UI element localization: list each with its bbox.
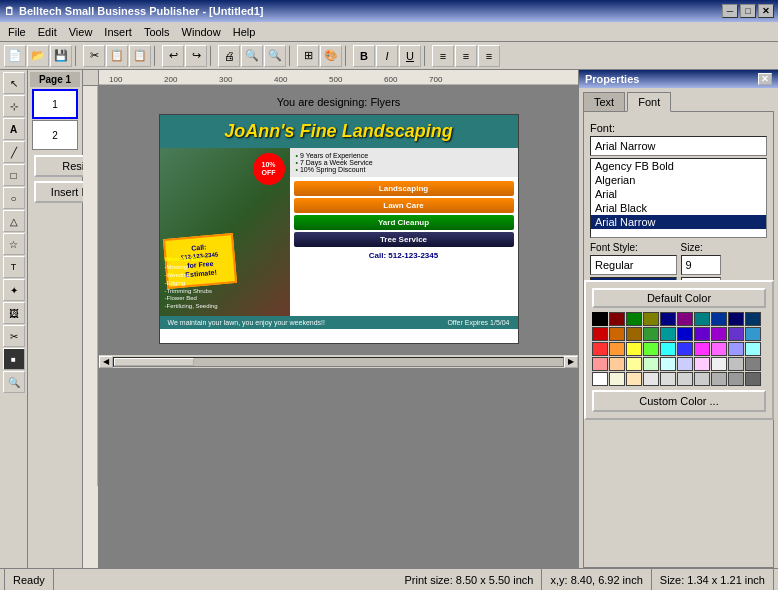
scroll-left-btn[interactable]: ◀ bbox=[99, 356, 113, 368]
font-size-input[interactable] bbox=[681, 255, 721, 275]
custom-color-button[interactable]: Custom Color ... bbox=[592, 390, 766, 412]
image-tool[interactable]: 🖼 bbox=[3, 302, 25, 324]
flyer[interactable]: JoAnn's Fine Landscaping 10% OFF Call bbox=[159, 114, 519, 344]
color-ltcyan2[interactable] bbox=[660, 357, 676, 371]
font-list[interactable]: Agency FB Bold Algerian Arial Arial Blac… bbox=[590, 158, 767, 238]
font-style-input[interactable] bbox=[590, 255, 677, 275]
crop-tool[interactable]: ✂ bbox=[3, 325, 25, 347]
bold-button[interactable]: B bbox=[353, 45, 375, 67]
align-left-button[interactable]: ≡ bbox=[432, 45, 454, 67]
canvas-scroll[interactable]: You are designing: Flyers JoAnn's Fine L… bbox=[99, 86, 578, 568]
color-gainsboro[interactable] bbox=[660, 372, 676, 386]
underline-button[interactable]: U bbox=[399, 45, 421, 67]
color-olive[interactable] bbox=[643, 312, 659, 326]
align-right-button[interactable]: ≡ bbox=[478, 45, 500, 67]
rect-tool[interactable]: □ bbox=[3, 164, 25, 186]
horizontal-scrollbar[interactable]: ◀ ▶ bbox=[99, 354, 578, 368]
color-cerulean[interactable] bbox=[745, 327, 761, 341]
color-pink[interactable] bbox=[711, 342, 727, 356]
zoom-tool[interactable]: 🔍 bbox=[3, 371, 25, 393]
color-magenta[interactable] bbox=[694, 342, 710, 356]
color-navy[interactable] bbox=[660, 312, 676, 326]
color-purple2[interactable] bbox=[728, 327, 744, 341]
color-blue2[interactable] bbox=[677, 342, 693, 356]
color-yellow[interactable] bbox=[626, 342, 642, 356]
tab-font[interactable]: Font bbox=[627, 92, 671, 112]
scroll-right-btn[interactable]: ▶ bbox=[564, 356, 578, 368]
color-cyan2[interactable] bbox=[660, 327, 676, 341]
color-gray2[interactable] bbox=[694, 372, 710, 386]
color-peach[interactable] bbox=[609, 357, 625, 371]
color-salmon[interactable] bbox=[592, 357, 608, 371]
color-ltgray3[interactable] bbox=[677, 372, 693, 386]
redo-button[interactable]: ↪ bbox=[185, 45, 207, 67]
menu-view[interactable]: View bbox=[63, 24, 99, 40]
landscaping-btn[interactable]: Landscaping bbox=[294, 181, 514, 196]
label-tool[interactable]: T bbox=[3, 256, 25, 278]
font-item-arial[interactable]: Arial bbox=[591, 187, 766, 201]
close-button[interactable]: ✕ bbox=[758, 4, 774, 18]
color-ltblue[interactable] bbox=[677, 357, 693, 371]
color-white[interactable] bbox=[592, 372, 608, 386]
font-item-arial-black[interactable]: Arial Black bbox=[591, 201, 766, 215]
line-tool[interactable]: ╱ bbox=[3, 141, 25, 163]
color-red2[interactable] bbox=[592, 342, 608, 356]
color-green[interactable] bbox=[626, 312, 642, 326]
copy-button[interactable]: 📋 bbox=[106, 45, 128, 67]
font-item-algerian[interactable]: Algerian bbox=[591, 173, 766, 187]
color-navy2[interactable] bbox=[728, 312, 744, 326]
color-lavender[interactable] bbox=[728, 342, 744, 356]
color-lime[interactable] bbox=[643, 342, 659, 356]
ellipse-tool[interactable]: ○ bbox=[3, 187, 25, 209]
star-tool[interactable]: ☆ bbox=[3, 233, 25, 255]
color-button[interactable]: 🎨 bbox=[320, 45, 342, 67]
triangle-tool[interactable]: △ bbox=[3, 210, 25, 232]
color-purple[interactable] bbox=[677, 312, 693, 326]
color-darknavy[interactable] bbox=[745, 312, 761, 326]
fill-tool[interactable]: ■ bbox=[3, 348, 25, 370]
lawn-care-btn[interactable]: Lawn Care bbox=[294, 198, 514, 213]
color-ltyellow[interactable] bbox=[626, 357, 642, 371]
menu-tools[interactable]: Tools bbox=[138, 24, 176, 40]
color-silver[interactable] bbox=[728, 357, 744, 371]
color-orange2[interactable] bbox=[609, 342, 625, 356]
scroll-track[interactable] bbox=[113, 357, 564, 367]
color-gray[interactable] bbox=[745, 357, 761, 371]
color-gray5[interactable] bbox=[745, 372, 761, 386]
menu-insert[interactable]: Insert bbox=[98, 24, 138, 40]
color-violet[interactable] bbox=[694, 327, 710, 341]
italic-button[interactable]: I bbox=[376, 45, 398, 67]
default-color-button[interactable]: Default Color bbox=[592, 288, 766, 308]
color-blue[interactable] bbox=[677, 327, 693, 341]
color-ltgreen[interactable] bbox=[643, 357, 659, 371]
color-maroon[interactable] bbox=[609, 312, 625, 326]
zoom-out-button[interactable]: 🔍 bbox=[264, 45, 286, 67]
open-button[interactable]: 📂 bbox=[27, 45, 49, 67]
align-center-button[interactable]: ≡ bbox=[455, 45, 477, 67]
properties-close-button[interactable]: ✕ bbox=[758, 73, 772, 85]
special-tool[interactable]: ✦ bbox=[3, 279, 25, 301]
color-cyan[interactable] bbox=[660, 342, 676, 356]
page-thumb-1[interactable]: 1 bbox=[32, 89, 78, 119]
color-medgreen[interactable] bbox=[643, 327, 659, 341]
color-gray4[interactable] bbox=[728, 372, 744, 386]
color-brown[interactable] bbox=[626, 327, 642, 341]
color-ltgray[interactable] bbox=[711, 357, 727, 371]
table-button[interactable]: ⊞ bbox=[297, 45, 319, 67]
color-red[interactable] bbox=[592, 327, 608, 341]
color-moccasin[interactable] bbox=[626, 372, 642, 386]
color-ltcyan[interactable] bbox=[745, 342, 761, 356]
scroll-thumb[interactable] bbox=[114, 358, 194, 366]
undo-button[interactable]: ↩ bbox=[162, 45, 184, 67]
save-button[interactable]: 💾 bbox=[50, 45, 72, 67]
text-tool[interactable]: A bbox=[3, 118, 25, 140]
maximize-button[interactable]: □ bbox=[740, 4, 756, 18]
color-darkblue[interactable] bbox=[711, 312, 727, 326]
font-name-input[interactable] bbox=[590, 136, 767, 156]
pointer-tool[interactable]: ⊹ bbox=[3, 95, 25, 117]
color-magenta2[interactable] bbox=[711, 327, 727, 341]
menu-help[interactable]: Help bbox=[227, 24, 262, 40]
tab-text[interactable]: Text bbox=[583, 92, 625, 111]
color-ltgray2[interactable] bbox=[643, 372, 659, 386]
select-tool[interactable]: ↖ bbox=[3, 72, 25, 94]
